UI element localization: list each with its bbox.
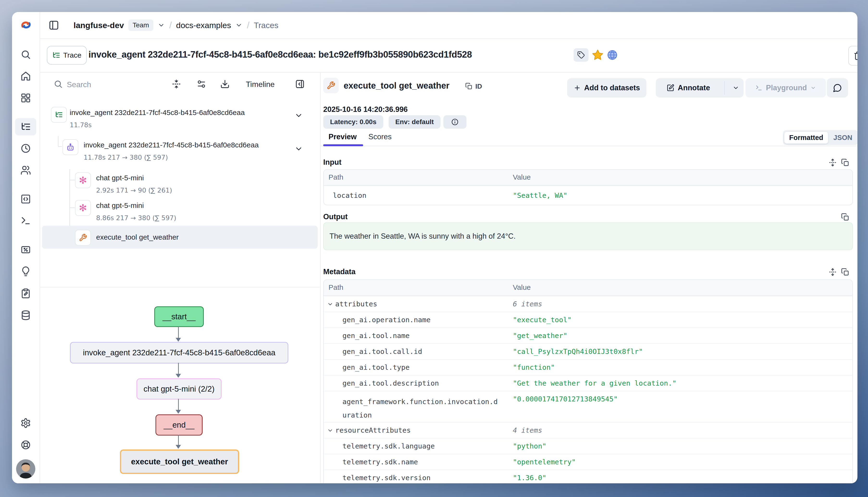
search-input[interactable]: Search [67,80,91,89]
playground-button-disabled[interactable]: Playground [745,78,826,98]
agent-graph[interactable]: __start__ invoke_agent 232de211-7fcf-45c… [40,287,320,483]
tree-row-generation-2[interactable]: ✻ chat gpt-5-mini 8.86s 217 → 380 (∑ 597… [40,198,320,226]
sidebar-dashboard-icon[interactable] [20,93,31,103]
trace-badge-label: Trace [63,51,81,59]
metadata-row[interactable]: telemetry.sdk.language "python" [324,438,852,454]
format-toggle-json[interactable]: JSON [829,132,857,144]
sidebar-playground-icon[interactable] [20,215,31,226]
sidebar-prompts-icon[interactable] [20,194,31,204]
fold-vertical-icon[interactable] [171,79,181,89]
metadata-path: agent_framework.function.invocation.dura… [342,395,501,422]
sidebar-datasets-icon[interactable] [20,310,31,321]
panel-left-toggle-icon[interactable] [49,20,59,30]
add-to-datasets-button[interactable]: Add to datasets [567,78,646,98]
timeline-toggle[interactable]: Timeline [246,80,275,89]
graph-node-end[interactable]: __end__ [155,414,203,436]
tab-scores[interactable]: Scores [368,132,391,141]
sidebar-settings-icon[interactable] [20,418,31,428]
project-chevron-down-icon[interactable] [235,22,243,29]
metadata-row[interactable]: telemetry.sdk.version "1.36.0" [324,470,852,483]
format-toggle[interactable]: Formatted JSON [783,130,857,145]
graph-node-tool-selected[interactable]: execute_tool get_weather [120,450,239,474]
row-chevron-down-icon[interactable] [294,144,303,153]
metadata-value: "1.36.0" [513,474,547,482]
metadata-row[interactable]: agent_framework.function.invocation.dura… [324,391,852,422]
avatar[interactable] [16,459,35,479]
tab-preview[interactable]: Preview [329,132,357,141]
org-chevron-down-icon[interactable] [157,22,165,29]
panel-collapse-icon[interactable] [295,79,305,89]
info-badge[interactable] [443,115,466,129]
metadata-row[interactable]: gen_ai.operation.name "execute_tool" [324,312,852,327]
sidebar-users-icon[interactable] [20,165,31,175]
input-row[interactable]: location "Seattle, WA" [324,186,852,205]
tree-row-trace-root[interactable]: invoke_agent 232de211-7fcf-45c8-b415-6af… [40,104,320,133]
metadata-row[interactable]: gen_ai.tool.call.id "call_PsylzxTpQh4i0O… [324,343,852,359]
metadata-group-row[interactable]: attributes 6 items [324,296,852,312]
public-globe-icon[interactable] [607,49,618,60]
annotate-dropdown-chevron[interactable] [728,78,744,98]
sidebar-home-icon[interactable] [20,71,31,81]
tree-row-generation-1[interactable]: ✻ chat gpt-5-mini 2.92s 171 → 90 (∑ 261) [40,170,320,198]
org-name[interactable]: langfuse-dev [73,20,124,30]
section-name[interactable]: Traces [254,20,278,30]
playground-label: Playground [766,84,807,92]
wrench-icon [75,230,91,246]
graph-edge [178,399,179,410]
tree-row-tool-selected[interactable]: execute_tool get_weather [42,226,318,249]
metadata-group-row[interactable]: resourceAttributes 4 items [324,422,852,438]
tags-button[interactable] [574,48,589,62]
sidebar-annotation-queues-icon[interactable] [20,288,31,299]
metadata-row[interactable]: telemetry.sdk.name "opentelemetry" [324,454,852,470]
metadata-value: "get_weather" [513,331,567,340]
sidebar-traces-icon[interactable] [20,122,31,132]
observation-detail-panel: execute_tool get_weather ID Add to datas… [320,72,857,483]
metadata-path: gen_ai.tool.description [342,379,439,387]
display-settings-icon[interactable] [196,79,206,89]
chevron-down-icon[interactable] [327,427,333,434]
row-chevron-down-icon[interactable] [294,111,303,120]
graph-edge-arrowhead [176,374,181,378]
breadcrumb: langfuse-dev Team / docs-examples / Trac… [73,12,278,39]
model-icon: ✻ [75,200,91,216]
sidebar-sessions-icon[interactable] [20,143,31,154]
graph-node-invoke-agent[interactable]: invoke_agent 232de211-7fcf-45c8-b415-6af… [70,342,288,364]
input-copy-icon[interactable] [841,158,849,167]
output-copy-icon[interactable] [841,213,849,221]
annotate-button[interactable]: Annotate [656,78,721,98]
tree-row-label: invoke_agent 232de211-7fcf-45c8-b415-6af… [70,109,245,117]
graph-node-start[interactable]: __start__ [154,307,204,327]
project-name[interactable]: docs-examples [176,20,231,30]
graph-edge-arrowhead [176,338,181,342]
graph-node-chat[interactable]: chat gpt-5-mini (2/2) [137,379,222,399]
sidebar-support-icon[interactable] [20,440,31,450]
bookmark-star-icon[interactable] [592,49,604,61]
metadata-value: "python" [513,442,547,450]
metadata-path: gen_ai.tool.call.id [342,347,422,356]
tree-row-agent-span[interactable]: invoke_agent 232de211-7fcf-45c8-b415-6af… [40,137,320,167]
metadata-row[interactable]: gen_ai.tool.name "get_weather" [324,327,852,343]
tree-row-metrics: 8.86s 217 → 380 (∑ 597) [96,214,176,222]
copy-id-icon[interactable] [465,83,472,90]
sidebar-evaluators-icon[interactable] [20,244,31,255]
metadata-value: "Get the weather for a given location." [513,379,676,387]
delete-trace-button[interactable] [848,46,857,66]
metadata-section-label: Metadata [323,268,355,276]
metadata-row[interactable]: gen_ai.tool.description "Get the weather… [324,375,852,391]
metadata-expand-icon[interactable] [829,268,837,276]
sidebar-search-icon[interactable] [20,49,31,60]
id-label[interactable]: ID [476,83,482,90]
sidebar-insights-icon[interactable] [20,266,31,276]
tree-row-label: execute_tool get_weather [96,233,179,241]
metadata-copy-icon[interactable] [841,268,849,276]
chevron-down-icon[interactable] [327,301,333,307]
annotate-button-group[interactable]: Annotate [656,78,744,98]
format-toggle-formatted[interactable]: Formatted [784,132,828,144]
input-section-label: Input [323,158,342,167]
comments-button[interactable] [827,78,848,98]
trace-tree-icon [52,51,60,59]
button-divider [724,81,725,95]
input-expand-icon[interactable] [829,158,837,167]
metadata-row[interactable]: gen_ai.tool.type "function" [324,359,852,375]
download-icon[interactable] [220,79,230,89]
